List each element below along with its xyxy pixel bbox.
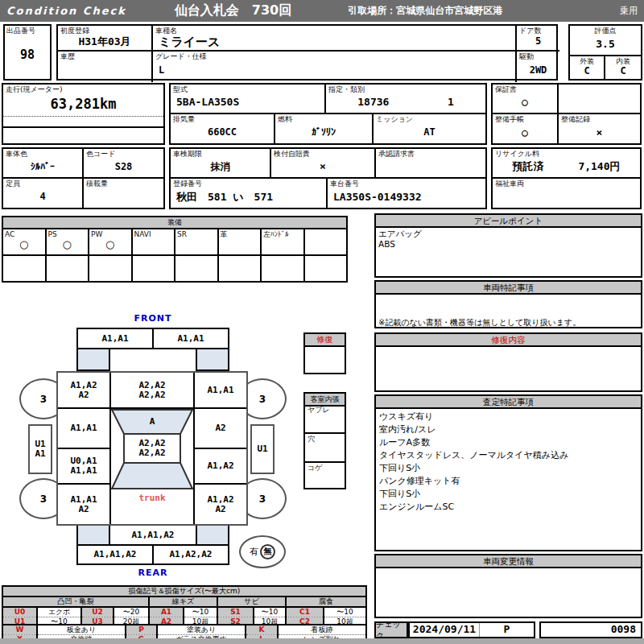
assessment-line: パンク修理キット有 <box>379 475 638 488</box>
vehicle-class: 乗用 <box>620 5 638 17</box>
equipment-cell-leather: 革 <box>218 229 262 255</box>
class-number-value: 1 <box>448 97 454 108</box>
assessment-line: タイヤスタッドレス、ノーマルタイヤ積み込み <box>379 449 638 462</box>
recycle-box: リサイクル料 預託済 7,140円 福祉車両 <box>491 147 642 209</box>
load-cell: 積載量 <box>84 179 163 208</box>
assessment-line: 下回りS小 <box>379 488 638 501</box>
cabin-item-label: 穴 <box>308 435 342 443</box>
fuel-label: 燃料 <box>278 115 369 123</box>
equipment-empty-cell <box>175 255 218 282</box>
approval-label: 承認請求書 <box>378 150 483 158</box>
color-code-value: S28 <box>115 162 133 172</box>
equipment-label: 左ﾊﾝﾄﾞﾙ <box>263 230 302 238</box>
taillight-left <box>76 524 110 546</box>
legend-code: A1 <box>149 607 184 617</box>
legend-code: S1 <box>217 607 254 617</box>
model-code-value: 5BA-LA350S <box>176 97 239 108</box>
capacity-label: 定員 <box>6 180 80 188</box>
legend-group: 腐食 <box>286 597 366 607</box>
welfare-cell: 福祉車両 <box>493 179 640 208</box>
history-cell: 車歴 <box>58 52 153 82</box>
model-name-label: 車種名 <box>155 27 513 35</box>
mark-row: W 板金あり P 塗装あり K 看板跡 <box>2 625 366 635</box>
exterior-value: C <box>584 66 589 76</box>
windshield: A <box>111 409 193 434</box>
interior-label: 内装 <box>616 57 630 65</box>
first-registration-label: 初度登録 <box>60 27 149 35</box>
mark-code: W <box>2 625 37 635</box>
rocker-left: U1 A1 <box>28 424 52 474</box>
title-bar: Condition Check 仙台入札会 730回 引取場所：宮城県仙台市宮城… <box>0 0 644 22</box>
registration-box: 車検期限 抹消 検付自賠責 × 承認請求書 登録番号 秋田 581 い 571 … <box>169 147 487 209</box>
doors-label: ドア数 <box>519 27 557 35</box>
fender-rear-left: A1,A1 A2 <box>58 485 109 524</box>
mark-desc: 板金あり <box>37 625 126 635</box>
check-date: 2024/09/11 <box>410 623 479 637</box>
cabin-cell-tear: ヤブレ <box>305 405 345 434</box>
assessment-body: ウスキズ有り 室内汚れ/スレ ルーフA多数 タイヤスタッドレス、ノーマルタイヤ積… <box>376 409 641 515</box>
legend-title: 損傷記号＆損傷サイズ(〜最大cm) <box>2 586 366 597</box>
grade-cell: グレード・仕様 L <box>153 52 517 82</box>
tail-panel: A1,A1,A2 <box>109 524 197 546</box>
fender-rear-right: A1,A2 A2 <box>195 485 246 524</box>
cabin-item-label: コゲ <box>308 464 342 472</box>
headlight-right <box>196 349 229 371</box>
door-rear-left: U0,A1 A1,A1 <box>58 449 109 485</box>
cabin-cell-hole: 穴 <box>305 434 345 463</box>
front-label: FRONT <box>76 313 229 324</box>
maintenance-book-value: ○ <box>522 127 528 138</box>
check-label: チェック <box>374 621 408 638</box>
repair-detail-title: 修復内容 <box>376 334 641 347</box>
vehicle-main-box: 初度登録 H31年03月 車種名 ミライース ドア数 5 車歴 グレード・仕様 … <box>56 24 558 80</box>
assessment-line: ルーフA多数 <box>379 436 638 449</box>
assessment-panel: 査定特記事項 ウスキズ有り 室内汚れ/スレ ルーフA多数 タイヤスタッドレス、ノ… <box>374 394 642 551</box>
displacement-label: 排気量 <box>173 115 271 123</box>
equipment-label: AC <box>5 230 43 238</box>
equipment-label: SR <box>177 230 216 238</box>
chassis-number-cell: 車台番号 LA350S-0149332 <box>328 179 485 208</box>
mark-code: P <box>126 625 157 635</box>
equipment-empty-cell <box>132 255 175 282</box>
cabin-item-label: ヤブレ <box>308 406 342 414</box>
repair-detail-panel: 修復内容 <box>374 332 642 392</box>
equipment-label: 革 <box>221 230 259 238</box>
inspection-value: 抹消 <box>211 162 230 172</box>
equipment-cell-sr: SR <box>175 229 218 255</box>
car-body: A1,A2 A2 A1,A1 U0,A1 A1,A1 A1,A1 A2 A2,A… <box>56 371 248 526</box>
equipment-mark: ○ <box>91 238 130 251</box>
welfare-label: 福祉車両 <box>495 180 638 188</box>
cabin-box: 客室内張 ヤブレ 穴 コゲ <box>303 392 346 489</box>
taillight-right <box>196 524 229 546</box>
equipment-title: 装備 <box>2 217 347 229</box>
legend-desc: 〜10 <box>324 607 366 617</box>
mileage-box: 走行(現メーター) 63,281km <box>2 83 165 145</box>
equipment-empty-cell <box>261 255 304 282</box>
notes-body: ※記載のない書類・機器等は無しとして取り扱います。 <box>376 295 641 328</box>
repair-detail-body <box>376 347 641 349</box>
displacement-cell: 排気量 660CC <box>171 114 275 143</box>
equipment-label: NAVI <box>134 230 173 238</box>
equipment-mark: ○ <box>5 238 43 251</box>
roof: A2,A2 A2,A2 <box>124 434 180 463</box>
equipment-table: 装備 AC○ PS○ PW○ NAVI SR 革 左ﾊﾝﾄﾞﾙ <box>2 216 348 283</box>
door-front-right: A2 <box>195 409 246 449</box>
doors-value: 5 <box>535 36 541 47</box>
equipment-row: AC○ PS○ PW○ NAVI SR 革 左ﾊﾝﾄﾞﾙ <box>2 229 347 255</box>
equipment-label: PS <box>48 230 87 238</box>
drive-value: 2WD <box>530 65 547 76</box>
inspection-label: 車検期限 <box>173 150 267 158</box>
notes-panel: 車両特記事項 ※記載のない書類・機器等は無しとして取り扱います。 <box>374 280 642 328</box>
equipment-cell-extra <box>304 229 348 255</box>
score-cell: 評価点 3.5 <box>570 26 641 56</box>
exterior-score-cell: 外装 C <box>570 56 605 79</box>
legend-desc: 〜10 <box>184 607 217 617</box>
assessment-line: エンジンルームSC <box>379 501 638 514</box>
interior-score-cell: 内装 C <box>605 56 641 79</box>
repair-flag-box: 修復 <box>303 332 346 374</box>
spare-yes-label: 有 <box>250 546 258 558</box>
equipment-cell-ac: AC○ <box>2 229 46 255</box>
insurance-label: 検付自賠責 <box>274 150 372 158</box>
rear-window-shape <box>112 463 192 489</box>
maintenance-record-label: 整備記録 <box>561 115 638 123</box>
exterior-label: 外装 <box>580 57 594 65</box>
